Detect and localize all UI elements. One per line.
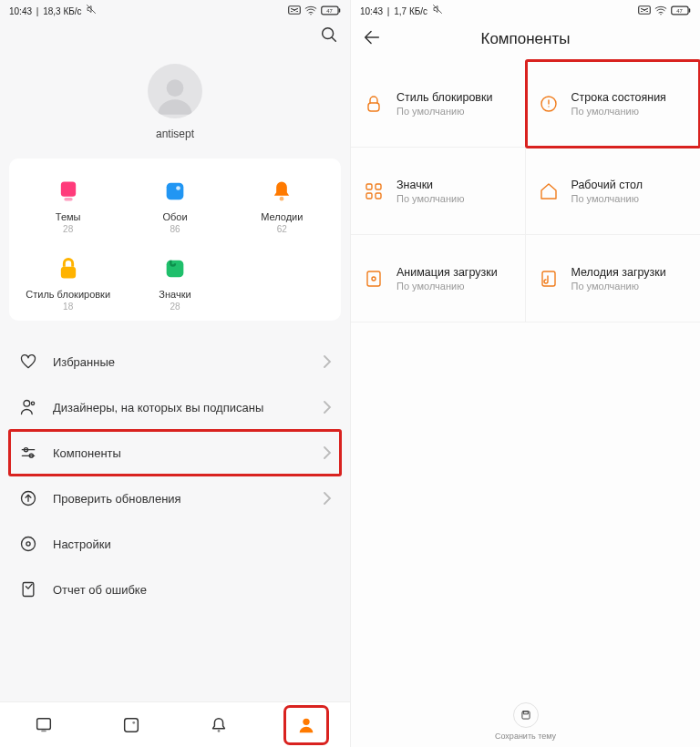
svg-rect-13 xyxy=(167,261,184,278)
home-icon xyxy=(537,179,561,203)
status-net: 18,3 КБ/с xyxy=(43,6,81,16)
status-left: 10:43 | 1,7 КБ/с xyxy=(360,4,443,16)
grid-label: Темы xyxy=(56,211,81,222)
avatar xyxy=(148,64,202,118)
menu-label: Дизайнеры, на которых вы подписаны xyxy=(53,401,323,414)
save-theme-label: Сохранить тему xyxy=(495,732,556,741)
svg-rect-23 xyxy=(41,730,46,732)
svg-point-40 xyxy=(372,277,376,281)
chevron-right-icon xyxy=(323,401,332,414)
battery-icon: 47 xyxy=(321,5,341,15)
menu-item-updates[interactable]: Проверить обновления xyxy=(9,476,341,521)
menu-item-report[interactable]: Отчет об ошибке xyxy=(9,567,341,612)
back-button[interactable] xyxy=(362,27,382,51)
components-grid: Стиль блокировкиПо умолчанию Строка сост… xyxy=(351,60,700,322)
svg-point-11 xyxy=(280,197,284,201)
mute-icon xyxy=(86,4,97,15)
heart-icon xyxy=(18,352,38,372)
svg-text:47: 47 xyxy=(676,8,683,14)
svg-rect-35 xyxy=(366,184,372,189)
component-title: Анимация загрузки xyxy=(396,266,498,279)
component-lockstyle[interactable]: Стиль блокировкиПо умолчанию xyxy=(351,60,526,148)
component-bootanim[interactable]: Анимация загрузкиПо умолчанию xyxy=(351,235,526,322)
svg-rect-43 xyxy=(523,711,528,714)
component-sub: По умолчанию xyxy=(396,193,464,204)
grid-count: 28 xyxy=(63,224,73,234)
svg-rect-33 xyxy=(368,103,379,111)
menu-item-settings[interactable]: Настройки xyxy=(9,521,341,567)
icons-icon xyxy=(160,254,190,283)
grid-item-wallpapers[interactable]: Обои 86 xyxy=(121,177,228,234)
component-bootsound[interactable]: Мелодия загрузкиПо умолчанию xyxy=(526,235,701,322)
component-title: Стиль блокировки xyxy=(396,91,492,104)
component-title: Значки xyxy=(396,179,464,191)
svg-rect-3 xyxy=(339,8,340,12)
footer: Сохранить тему xyxy=(351,696,700,747)
bottom-nav xyxy=(0,701,350,747)
svg-rect-7 xyxy=(60,182,75,197)
grid-label: Значки xyxy=(159,289,190,300)
svg-point-10 xyxy=(176,186,180,190)
component-desktop[interactable]: Рабочий столПо умолчанию xyxy=(526,148,701,235)
statusbar-icon xyxy=(537,92,561,116)
svg-point-29 xyxy=(660,14,661,15)
card-icon xyxy=(288,5,301,15)
svg-rect-38 xyxy=(376,193,381,199)
svg-rect-31 xyxy=(689,8,690,12)
battery-icon: 47 xyxy=(671,5,691,15)
menu-label: Проверить обновления xyxy=(53,492,323,506)
menu-item-components[interactable]: Компоненты xyxy=(9,430,341,476)
grid-item-ringtones[interactable]: Мелодии 62 xyxy=(229,177,335,234)
svg-point-26 xyxy=(218,730,221,732)
nav-tab-ringtones[interactable] xyxy=(201,710,237,741)
svg-rect-36 xyxy=(376,184,381,189)
nav-tab-profile[interactable] xyxy=(288,710,324,741)
menu-item-designers[interactable]: Дизайнеры, на которых вы подписаны xyxy=(9,384,341,430)
grid-item-lockstyle[interactable]: Стиль блокировки 18 xyxy=(15,254,121,312)
grid-count: 86 xyxy=(170,224,180,234)
svg-rect-22 xyxy=(37,718,51,729)
category-grid: Темы 28 Обои 86 Мелодии 62 Стиль блокиро… xyxy=(9,159,341,321)
chevron-right-icon xyxy=(323,492,332,505)
svg-point-20 xyxy=(26,542,30,546)
menu-label: Отчет об ошибке xyxy=(53,583,332,597)
wifi-icon xyxy=(304,5,317,15)
bootsound-icon xyxy=(537,267,561,291)
search-button[interactable] xyxy=(319,25,339,48)
card-icon xyxy=(638,5,651,15)
component-title: Рабочий стол xyxy=(571,179,643,191)
status-right: 47 xyxy=(638,5,691,15)
svg-rect-9 xyxy=(167,183,184,200)
mute-icon xyxy=(432,4,443,15)
svg-rect-37 xyxy=(366,193,372,199)
sliders-icon xyxy=(18,443,38,463)
component-icons[interactable]: ЗначкиПо умолчанию xyxy=(351,148,526,235)
grid-item-icons[interactable]: Значки 28 xyxy=(121,254,228,312)
grid-item-themes[interactable]: Темы 28 xyxy=(15,177,121,234)
status-bar: 10:43 | 18,3 КБ/с 47 xyxy=(0,0,350,18)
username: antisept xyxy=(156,128,194,140)
nav-tab-themes[interactable] xyxy=(26,710,62,741)
person-icon xyxy=(18,397,38,417)
component-statusbar[interactable]: Строка состоянияПо умолчанию xyxy=(526,60,701,148)
settings-icon xyxy=(18,534,38,554)
status-time: 10:43 xyxy=(9,6,32,16)
svg-point-27 xyxy=(303,718,309,724)
svg-point-1 xyxy=(310,14,311,15)
profile-block[interactable]: antisept xyxy=(0,55,350,159)
component-title: Строка состояния xyxy=(571,91,666,104)
svg-point-14 xyxy=(24,401,30,407)
grid-label: Обои xyxy=(162,211,187,222)
svg-point-15 xyxy=(31,402,34,404)
menu-item-favorites[interactable]: Избранные xyxy=(9,339,341,384)
save-theme-button[interactable] xyxy=(513,702,539,728)
component-sub: По умолчанию xyxy=(571,281,666,292)
svg-rect-39 xyxy=(367,271,380,286)
menu-label: Настройки xyxy=(53,537,332,551)
grid-label: Стиль блокировки xyxy=(26,289,110,300)
status-net: 1,7 КБ/с xyxy=(394,6,427,16)
svg-point-19 xyxy=(22,537,36,551)
nav-tab-wallpapers[interactable] xyxy=(113,710,149,741)
component-sub: По умолчанию xyxy=(571,193,643,204)
bootanim-icon xyxy=(362,267,386,291)
